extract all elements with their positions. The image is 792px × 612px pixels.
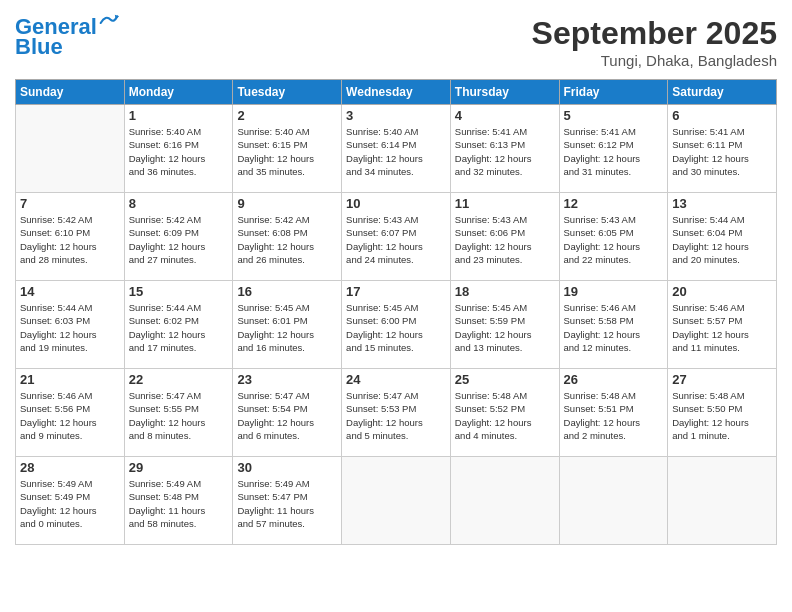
- day-number: 15: [129, 284, 229, 299]
- calendar-cell: [668, 457, 777, 545]
- calendar-cell: 17Sunrise: 5:45 AM Sunset: 6:00 PM Dayli…: [342, 281, 451, 369]
- cell-text: Sunrise: 5:45 AM Sunset: 5:59 PM Dayligh…: [455, 301, 555, 354]
- calendar-cell: 28Sunrise: 5:49 AM Sunset: 5:49 PM Dayli…: [16, 457, 125, 545]
- week-row-1: 7Sunrise: 5:42 AM Sunset: 6:10 PM Daylig…: [16, 193, 777, 281]
- calendar-cell: [342, 457, 451, 545]
- calendar-cell: 8Sunrise: 5:42 AM Sunset: 6:09 PM Daylig…: [124, 193, 233, 281]
- calendar-cell: 22Sunrise: 5:47 AM Sunset: 5:55 PM Dayli…: [124, 369, 233, 457]
- calendar-cell: 24Sunrise: 5:47 AM Sunset: 5:53 PM Dayli…: [342, 369, 451, 457]
- col-monday: Monday: [124, 80, 233, 105]
- cell-text: Sunrise: 5:46 AM Sunset: 5:56 PM Dayligh…: [20, 389, 120, 442]
- calendar-cell: 23Sunrise: 5:47 AM Sunset: 5:54 PM Dayli…: [233, 369, 342, 457]
- calendar-cell: 18Sunrise: 5:45 AM Sunset: 5:59 PM Dayli…: [450, 281, 559, 369]
- calendar-cell: 20Sunrise: 5:46 AM Sunset: 5:57 PM Dayli…: [668, 281, 777, 369]
- day-number: 20: [672, 284, 772, 299]
- header: General Blue September 2025 Tungi, Dhaka…: [15, 15, 777, 69]
- day-number: 6: [672, 108, 772, 123]
- header-row: Sunday Monday Tuesday Wednesday Thursday…: [16, 80, 777, 105]
- cell-text: Sunrise: 5:48 AM Sunset: 5:51 PM Dayligh…: [564, 389, 664, 442]
- calendar-cell: 2Sunrise: 5:40 AM Sunset: 6:15 PM Daylig…: [233, 105, 342, 193]
- day-number: 27: [672, 372, 772, 387]
- day-number: 23: [237, 372, 337, 387]
- day-number: 22: [129, 372, 229, 387]
- cell-text: Sunrise: 5:46 AM Sunset: 5:57 PM Dayligh…: [672, 301, 772, 354]
- cell-text: Sunrise: 5:44 AM Sunset: 6:03 PM Dayligh…: [20, 301, 120, 354]
- col-sunday: Sunday: [16, 80, 125, 105]
- day-number: 4: [455, 108, 555, 123]
- day-number: 2: [237, 108, 337, 123]
- cell-text: Sunrise: 5:42 AM Sunset: 6:08 PM Dayligh…: [237, 213, 337, 266]
- day-number: 10: [346, 196, 446, 211]
- cell-text: Sunrise: 5:49 AM Sunset: 5:48 PM Dayligh…: [129, 477, 229, 530]
- location: Tungi, Dhaka, Bangladesh: [532, 52, 777, 69]
- day-number: 21: [20, 372, 120, 387]
- cell-text: Sunrise: 5:48 AM Sunset: 5:52 PM Dayligh…: [455, 389, 555, 442]
- calendar-cell: 27Sunrise: 5:48 AM Sunset: 5:50 PM Dayli…: [668, 369, 777, 457]
- cell-text: Sunrise: 5:43 AM Sunset: 6:05 PM Dayligh…: [564, 213, 664, 266]
- calendar-cell: 19Sunrise: 5:46 AM Sunset: 5:58 PM Dayli…: [559, 281, 668, 369]
- day-number: 9: [237, 196, 337, 211]
- day-number: 26: [564, 372, 664, 387]
- cell-text: Sunrise: 5:42 AM Sunset: 6:09 PM Dayligh…: [129, 213, 229, 266]
- calendar-cell: 4Sunrise: 5:41 AM Sunset: 6:13 PM Daylig…: [450, 105, 559, 193]
- calendar-cell: [559, 457, 668, 545]
- cell-text: Sunrise: 5:49 AM Sunset: 5:47 PM Dayligh…: [237, 477, 337, 530]
- cell-text: Sunrise: 5:47 AM Sunset: 5:54 PM Dayligh…: [237, 389, 337, 442]
- day-number: 19: [564, 284, 664, 299]
- cell-text: Sunrise: 5:44 AM Sunset: 6:02 PM Dayligh…: [129, 301, 229, 354]
- calendar-cell: 13Sunrise: 5:44 AM Sunset: 6:04 PM Dayli…: [668, 193, 777, 281]
- title-block: September 2025 Tungi, Dhaka, Bangladesh: [532, 15, 777, 69]
- day-number: 30: [237, 460, 337, 475]
- day-number: 18: [455, 284, 555, 299]
- calendar-cell: [16, 105, 125, 193]
- day-number: 1: [129, 108, 229, 123]
- cell-text: Sunrise: 5:45 AM Sunset: 6:01 PM Dayligh…: [237, 301, 337, 354]
- calendar-cell: [450, 457, 559, 545]
- logo: General Blue: [15, 15, 119, 59]
- cell-text: Sunrise: 5:40 AM Sunset: 6:14 PM Dayligh…: [346, 125, 446, 178]
- day-number: 24: [346, 372, 446, 387]
- page: General Blue September 2025 Tungi, Dhaka…: [0, 0, 792, 612]
- col-friday: Friday: [559, 80, 668, 105]
- day-number: 29: [129, 460, 229, 475]
- cell-text: Sunrise: 5:40 AM Sunset: 6:15 PM Dayligh…: [237, 125, 337, 178]
- calendar-cell: 16Sunrise: 5:45 AM Sunset: 6:01 PM Dayli…: [233, 281, 342, 369]
- calendar-cell: 12Sunrise: 5:43 AM Sunset: 6:05 PM Dayli…: [559, 193, 668, 281]
- calendar-cell: 29Sunrise: 5:49 AM Sunset: 5:48 PM Dayli…: [124, 457, 233, 545]
- calendar-cell: 26Sunrise: 5:48 AM Sunset: 5:51 PM Dayli…: [559, 369, 668, 457]
- month-title: September 2025: [532, 15, 777, 52]
- cell-text: Sunrise: 5:40 AM Sunset: 6:16 PM Dayligh…: [129, 125, 229, 178]
- cell-text: Sunrise: 5:44 AM Sunset: 6:04 PM Dayligh…: [672, 213, 772, 266]
- cell-text: Sunrise: 5:47 AM Sunset: 5:55 PM Dayligh…: [129, 389, 229, 442]
- day-number: 14: [20, 284, 120, 299]
- calendar-cell: 10Sunrise: 5:43 AM Sunset: 6:07 PM Dayli…: [342, 193, 451, 281]
- col-tuesday: Tuesday: [233, 80, 342, 105]
- week-row-4: 28Sunrise: 5:49 AM Sunset: 5:49 PM Dayli…: [16, 457, 777, 545]
- day-number: 12: [564, 196, 664, 211]
- calendar-cell: 11Sunrise: 5:43 AM Sunset: 6:06 PM Dayli…: [450, 193, 559, 281]
- day-number: 28: [20, 460, 120, 475]
- calendar-cell: 9Sunrise: 5:42 AM Sunset: 6:08 PM Daylig…: [233, 193, 342, 281]
- calendar-cell: 1Sunrise: 5:40 AM Sunset: 6:16 PM Daylig…: [124, 105, 233, 193]
- calendar-cell: 25Sunrise: 5:48 AM Sunset: 5:52 PM Dayli…: [450, 369, 559, 457]
- col-wednesday: Wednesday: [342, 80, 451, 105]
- day-number: 3: [346, 108, 446, 123]
- calendar-cell: 30Sunrise: 5:49 AM Sunset: 5:47 PM Dayli…: [233, 457, 342, 545]
- week-row-0: 1Sunrise: 5:40 AM Sunset: 6:16 PM Daylig…: [16, 105, 777, 193]
- day-number: 7: [20, 196, 120, 211]
- cell-text: Sunrise: 5:41 AM Sunset: 6:11 PM Dayligh…: [672, 125, 772, 178]
- logo-text-line2: Blue: [15, 35, 63, 59]
- col-thursday: Thursday: [450, 80, 559, 105]
- cell-text: Sunrise: 5:42 AM Sunset: 6:10 PM Dayligh…: [20, 213, 120, 266]
- day-number: 13: [672, 196, 772, 211]
- week-row-2: 14Sunrise: 5:44 AM Sunset: 6:03 PM Dayli…: [16, 281, 777, 369]
- cell-text: Sunrise: 5:43 AM Sunset: 6:06 PM Dayligh…: [455, 213, 555, 266]
- week-row-3: 21Sunrise: 5:46 AM Sunset: 5:56 PM Dayli…: [16, 369, 777, 457]
- calendar-cell: 14Sunrise: 5:44 AM Sunset: 6:03 PM Dayli…: [16, 281, 125, 369]
- calendar-cell: 15Sunrise: 5:44 AM Sunset: 6:02 PM Dayli…: [124, 281, 233, 369]
- cell-text: Sunrise: 5:49 AM Sunset: 5:49 PM Dayligh…: [20, 477, 120, 530]
- calendar-cell: 3Sunrise: 5:40 AM Sunset: 6:14 PM Daylig…: [342, 105, 451, 193]
- day-number: 16: [237, 284, 337, 299]
- calendar-cell: 7Sunrise: 5:42 AM Sunset: 6:10 PM Daylig…: [16, 193, 125, 281]
- cell-text: Sunrise: 5:47 AM Sunset: 5:53 PM Dayligh…: [346, 389, 446, 442]
